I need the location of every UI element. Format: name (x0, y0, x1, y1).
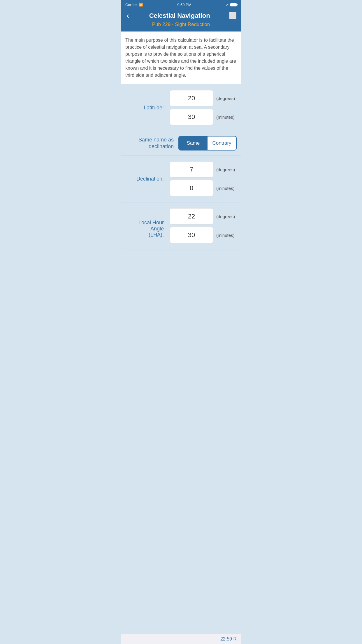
status-bar: Carrier 📶 9:59 PM ↗ (121, 0, 241, 9)
same-name-section: Same name as declination Same Contrary (121, 131, 241, 155)
bottom-status: 22:59 R (220, 636, 237, 642)
same-contrary-toggle[interactable]: Same Contrary (178, 136, 237, 150)
lha-degrees-input[interactable]: 22 (170, 208, 213, 225)
description-section: The main purpose of this calculator is t… (121, 32, 241, 84)
latitude-label: Latitude: (144, 105, 164, 111)
lha-fields: 22 (degrees) 30 (minutes) (170, 208, 237, 243)
declination-minutes-input[interactable]: 0 (170, 180, 213, 196)
same-segment[interactable]: Same (179, 136, 208, 150)
latitude-minutes-input[interactable]: 30 (170, 109, 213, 125)
bookmark-icon[interactable]: ⬜ (229, 12, 237, 20)
description-text: The main purpose of this calculator is t… (125, 37, 237, 79)
lha-minutes-input[interactable]: 30 (170, 227, 213, 243)
lha-degrees-unit: (degrees) (216, 214, 237, 219)
declination-label: Declination: (136, 176, 164, 182)
latitude-degrees-input[interactable]: 20 (170, 90, 213, 106)
back-button[interactable]: ‹ (125, 12, 130, 20)
declination-fields: 7 (degrees) 0 (minutes) (170, 161, 237, 196)
latitude-fields: 20 (degrees) 30 (minutes) (170, 90, 237, 125)
page-subtitle: Pub 229 - Sight Reduction (125, 22, 237, 27)
battery-icon (230, 3, 237, 6)
lha-minutes-unit: (minutes) (216, 233, 237, 238)
declination-section: Declination: 7 (degrees) 0 (minutes) (121, 155, 241, 202)
bottom-bar: 22:59 R (121, 634, 241, 644)
page-title: Celestial Navigation (130, 12, 229, 20)
latitude-degrees-unit: (degrees) (216, 96, 237, 101)
form-container: Latitude: 20 (degrees) 30 (minutes) Same (121, 84, 241, 634)
location-icon: ↗ (226, 3, 229, 7)
status-time: 9:59 PM (177, 3, 191, 7)
declination-degrees-row: 7 (degrees) (170, 161, 237, 178)
declination-minutes-row: 0 (minutes) (170, 180, 237, 196)
same-name-label: Same name as declination (138, 136, 174, 150)
status-right: ↗ (226, 3, 237, 7)
carrier-label: Carrier (125, 3, 137, 7)
wifi-icon: 📶 (139, 3, 143, 7)
status-left: Carrier 📶 (125, 3, 143, 7)
lha-minutes-row: 30 (minutes) (170, 227, 237, 243)
nav-header: ‹ Celestial Navigation ⬜ Pub 229 - Sight… (121, 9, 241, 32)
latitude-minutes-unit: (minutes) (216, 115, 237, 120)
contrary-segment[interactable]: Contrary (208, 136, 236, 150)
lha-section: Local Hour Angle (LHA): 22 (degrees) 30 … (121, 202, 241, 249)
declination-minutes-unit: (minutes) (216, 186, 237, 191)
declination-degrees-unit: (degrees) (216, 167, 237, 172)
lha-label: Local Hour Angle (LHA): (125, 214, 164, 238)
lha-degrees-row: 22 (degrees) (170, 208, 237, 225)
latitude-minutes-row: 30 (minutes) (170, 109, 237, 125)
latitude-degrees-row: 20 (degrees) (170, 90, 237, 106)
latitude-section: Latitude: 20 (degrees) 30 (minutes) (121, 84, 241, 131)
declination-degrees-input[interactable]: 7 (170, 161, 213, 178)
